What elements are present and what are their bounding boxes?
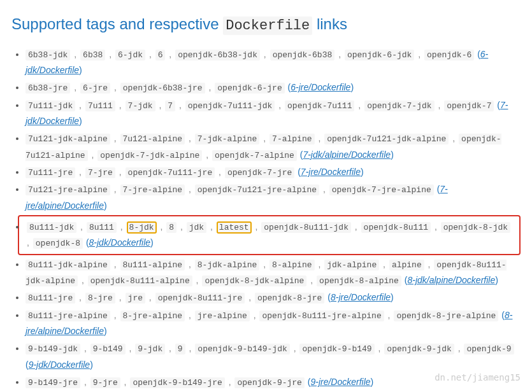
tag: 8u111-jre-alpine	[25, 311, 110, 321]
separator: ,	[259, 259, 270, 269]
tag-line: 7u111-jre , 7-jre , openjdk-7u111-jre , …	[25, 164, 521, 180]
tag: openjdk-8	[33, 238, 83, 249]
tag: 8-jdk-alpine	[195, 260, 260, 270]
separator: ,	[379, 259, 389, 269]
tag: 8u111-jdk	[27, 222, 76, 233]
dockerfile-link[interactable]: 7-jre/Dockerfile	[301, 167, 361, 177]
tag: 8u111	[87, 222, 117, 233]
dockerfile-link[interactable]: 8-jdk/Dockerfile	[89, 237, 150, 248]
separator: ,	[70, 82, 80, 92]
tag: 8u111-alpine	[120, 260, 185, 270]
tag: 7-jdk-alpine	[195, 134, 260, 144]
separator: ,	[252, 221, 262, 232]
tag: openjdk-8u111	[361, 222, 431, 233]
tag: latest	[217, 221, 252, 234]
separator: ,	[145, 49, 155, 59]
tag: openjdk-9-b149-jre	[130, 377, 224, 388]
tag: 6-jre	[80, 83, 110, 94]
separator: ,	[351, 221, 361, 232]
tag: openjdk-8u111-jdk	[261, 222, 351, 233]
dockerfile-link[interactable]: 6-jre/Dockerfile	[291, 82, 350, 92]
tag: openjdk-7u111-jre	[126, 167, 215, 178]
tag: alpine	[389, 260, 424, 270]
dockerfile-link[interactable]: 9-jdk/Dockerfile	[29, 360, 90, 370]
tag: 9	[175, 344, 185, 354]
tag-line: 6b38-jdk , 6b38 , 6-jdk , 6 , openjdk-6b…	[25, 46, 521, 79]
tag: 9-b149-jdk	[25, 344, 80, 354]
separator: ,	[110, 82, 120, 92]
separator: ,	[319, 184, 329, 194]
dockerfile-link[interactable]: 9-jre/Dockerfile	[310, 377, 370, 387]
separator: ,	[115, 292, 126, 302]
dockerfile-link[interactable]: 7-jdk/alpine/Dockerfile	[303, 150, 391, 160]
tag: openjdk-8u111-alpine	[88, 276, 192, 286]
separator: ,	[414, 49, 424, 59]
tag-line: 6b38-jre , 6-jre , openjdk-6b38-jre , op…	[25, 80, 521, 95]
separator: ,	[185, 133, 195, 143]
separator: ,	[117, 221, 127, 232]
separator: ,	[110, 259, 120, 269]
tag-line: 9-b149-jre , 9-jre , openjdk-9-b149-jre …	[25, 374, 521, 390]
separator: ,	[315, 133, 325, 143]
separator: ,	[435, 100, 445, 110]
tag: openjdk-7-jdk-alpine	[97, 150, 202, 161]
tag: jdk	[187, 222, 206, 233]
tag: openjdk-8u111-jre-alpine	[259, 311, 384, 321]
paren-close: )	[104, 326, 107, 336]
separator: ,	[165, 343, 175, 353]
separator: ,	[126, 343, 136, 353]
tag: 8-alpine	[270, 260, 314, 270]
tag-line: 8u111-jdk , 8u111 , 8-jdk , 8 , jdk , la…	[25, 215, 521, 255]
separator: ,	[80, 377, 90, 387]
tag: 7u111-jre	[25, 167, 75, 178]
paren-close: )	[79, 116, 82, 126]
tag: openjdk-9	[464, 344, 514, 354]
separator: ,	[185, 343, 196, 353]
separator: ,	[75, 167, 85, 177]
tag: openjdk-8u111-jre	[155, 293, 245, 304]
page-title: Supported tags and respective Dockerfile…	[11, 10, 521, 39]
tag: 9-b149-jre	[25, 377, 80, 388]
tag: 7u121-alpine	[120, 134, 185, 144]
tag: 8	[166, 222, 176, 233]
tag: jre-alpine	[195, 311, 250, 321]
tag: openjdk-8-jre	[255, 293, 324, 304]
tag: openjdk-6-jdk	[345, 50, 414, 60]
tag: 7-jre	[85, 167, 115, 178]
tag: openjdk-6	[424, 50, 474, 60]
separator: ,	[176, 221, 187, 232]
separator: ,	[354, 100, 364, 110]
tag: 7-alpine	[270, 134, 314, 144]
tag: openjdk-6b38-jre	[120, 83, 205, 94]
tag: openjdk-7u121-jre-alpine	[195, 185, 319, 195]
title-pre: Supported tags and respective	[11, 15, 223, 32]
tag: 6b38-jdk	[25, 50, 70, 60]
separator: ,	[75, 292, 85, 302]
tag: 9-jre	[90, 377, 120, 388]
paren-close: )	[495, 275, 498, 285]
tag: 9-jdk	[135, 344, 165, 354]
tag: 6b38	[80, 50, 105, 60]
tag: openjdk-7u111	[285, 101, 354, 111]
tag-line: 7u121-jdk-alpine , 7u121-alpine , 7-jdk-…	[25, 130, 521, 163]
tag-list: 6b38-jdk , 6b38 , 6-jdk , 6 , openjdk-6b…	[11, 46, 521, 391]
tag-line: 8u111-jdk-alpine , 8u111-alpine , 8-jdk-…	[25, 256, 521, 289]
dockerfile-link[interactable]: 8-jdk/alpine/Dockerfile	[407, 275, 495, 285]
separator: ,	[275, 100, 285, 110]
tag: 8-jre-alpine	[120, 311, 185, 321]
tag: 7u121-jre-alpine	[25, 185, 110, 195]
separator: ,	[334, 49, 345, 59]
separator: ,	[175, 100, 185, 110]
separator: ,	[70, 49, 80, 59]
separator: ,	[206, 221, 217, 232]
separator: ,	[80, 343, 90, 353]
tag: 8-jre	[85, 293, 115, 304]
tag-line: 7u111-jdk , 7u111 , 7-jdk , 7 , openjdk-…	[25, 97, 521, 130]
separator: ,	[157, 221, 167, 232]
separator: ,	[76, 221, 87, 232]
tag: openjdk-9-jdk	[384, 344, 454, 354]
separator: ,	[110, 184, 120, 194]
dockerfile-link[interactable]: 8-jre/Dockerfile	[331, 292, 391, 302]
title-code: Dockerfile	[223, 17, 312, 35]
separator: ,	[185, 184, 195, 194]
